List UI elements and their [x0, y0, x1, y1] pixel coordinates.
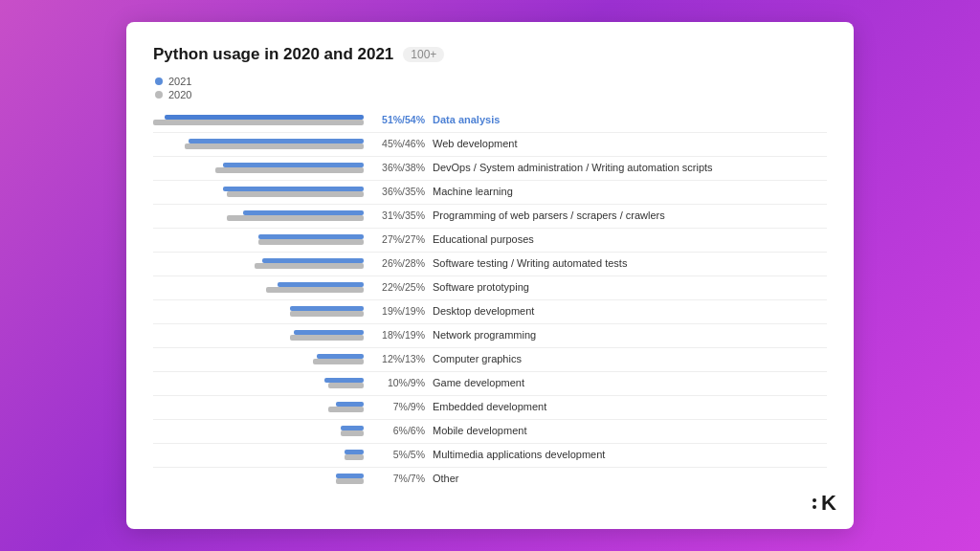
- bar-container: [153, 209, 364, 222]
- pct-label: 5%/5%: [364, 449, 433, 460]
- bar-container: [153, 232, 364, 246]
- chart-row: 19%/19% Desktop development: [153, 301, 827, 320]
- bar-2021: [223, 187, 364, 191]
- row-divider: [153, 299, 827, 300]
- bar-container: [153, 352, 364, 365]
- row-divider: [153, 276, 827, 276]
- pct-label: 22%/25%: [364, 281, 433, 293]
- row-divider: [153, 156, 827, 157]
- row-divider: [153, 419, 827, 420]
- row-label: Software testing / Writing automated tes…: [433, 257, 627, 269]
- brand-dot-2: [813, 505, 816, 509]
- row-divider: [153, 132, 827, 133]
- bar-2020: [227, 215, 364, 221]
- chart-row: 12%/13% Computer graphics: [153, 349, 827, 368]
- row-divider: [153, 443, 827, 444]
- legend-dot: [155, 77, 163, 85]
- row-divider: [153, 252, 827, 253]
- chart-row: 6%/6% Mobile development: [153, 421, 827, 440]
- sample-badge: 100+: [403, 47, 444, 62]
- chart-row: 31%/35% Programming of web parsers / scr…: [153, 206, 827, 225]
- bar-2021: [294, 330, 364, 335]
- bar-2020: [258, 239, 364, 245]
- bar-2021: [189, 139, 364, 143]
- chart-row: 36%/35% Machine learning: [153, 182, 827, 201]
- bar-container: [153, 376, 364, 389]
- bar-container: [153, 424, 364, 437]
- row-label: Web development: [433, 138, 517, 149]
- bar-container: [153, 328, 364, 342]
- bar-container: [153, 400, 364, 413]
- bar-2021: [290, 306, 364, 311]
- chart-row: 45%/46% Web development: [153, 134, 827, 153]
- bar-2021: [336, 402, 364, 407]
- bar-container: [153, 448, 364, 461]
- chart-card: Python usage in 2020 and 2021 100+ 20212…: [126, 22, 854, 529]
- bar-container: [153, 256, 364, 270]
- bar-2020: [336, 478, 364, 484]
- pct-label: 27%/27%: [364, 233, 433, 245]
- bar-2021: [336, 474, 364, 478]
- row-divider: [153, 204, 827, 205]
- bar-container: [153, 113, 364, 126]
- pct-label: 36%/38%: [364, 162, 433, 173]
- legend-label: 2020: [168, 89, 191, 100]
- row-label: Computer graphics: [433, 353, 522, 364]
- row-label: Educational purposes: [433, 233, 534, 245]
- chart-row: 51%/54% Data analysis: [153, 110, 827, 129]
- row-divider: [153, 371, 827, 372]
- bar-2020: [290, 335, 364, 341]
- bar-2020: [345, 454, 364, 460]
- pct-label: 6%/6%: [364, 425, 433, 436]
- pct-label: 36%/35%: [364, 186, 433, 197]
- chart-row: 27%/27% Educational purposes: [153, 230, 827, 249]
- pct-label: 7%/7%: [364, 473, 433, 484]
- bar-2020: [185, 143, 364, 149]
- chart-row: 22%/25% Software prototyping: [153, 277, 827, 297]
- pct-label: 18%/19%: [364, 329, 433, 341]
- bar-2020: [290, 311, 364, 317]
- bar-2020: [341, 430, 364, 436]
- chart-row: 26%/28% Software testing / Writing autom…: [153, 253, 827, 273]
- chart-row: 7%/9% Embedded development: [153, 397, 827, 416]
- bar-2021: [341, 426, 364, 430]
- pct-label: 7%/9%: [364, 401, 433, 412]
- bar-container: [153, 280, 364, 294]
- row-label: DevOps / System administration / Writing…: [433, 162, 713, 173]
- legend-dot: [155, 91, 163, 99]
- bar-2021: [243, 210, 364, 215]
- bar-2020: [328, 383, 364, 388]
- legend-item: 2021: [155, 76, 827, 87]
- bar-2020: [255, 263, 364, 269]
- legend: 20212020: [155, 76, 827, 100]
- pct-label: 19%/19%: [364, 305, 433, 317]
- pct-label: 45%/46%: [364, 138, 433, 149]
- bar-2021: [258, 234, 364, 239]
- chart-row: 10%/9% Game development: [153, 373, 827, 392]
- chart-row: 36%/38% DevOps / System administration /…: [153, 158, 827, 177]
- legend-label: 2021: [168, 76, 191, 87]
- pct-label: 10%/9%: [364, 377, 433, 388]
- row-label: Multimedia applications development: [433, 449, 605, 460]
- bar-2021: [262, 258, 364, 263]
- bar-container: [153, 472, 364, 485]
- bar-2020: [313, 359, 364, 364]
- row-divider: [153, 228, 827, 229]
- row-divider: [153, 347, 827, 348]
- pct-label: 51%/54%: [364, 114, 433, 125]
- bar-container: [153, 304, 364, 318]
- bar-container: [153, 185, 364, 198]
- row-divider: [153, 467, 827, 468]
- brand-letter: K: [821, 491, 836, 516]
- row-label: Programming of web parsers / scrapers / …: [433, 209, 665, 221]
- chart-area: 51%/54% Data analysis 45%/46% Web develo…: [153, 110, 827, 490]
- pct-label: 26%/28%: [364, 257, 433, 269]
- legend-item: 2020: [155, 89, 827, 100]
- bar-2020: [215, 167, 364, 173]
- chart-row: 5%/5% Multimedia applications developmen…: [153, 445, 827, 464]
- row-divider: [153, 323, 827, 324]
- pct-label: 12%/13%: [364, 353, 433, 364]
- brand-dots: [813, 498, 816, 509]
- row-label: Data analysis: [433, 114, 500, 125]
- row-label: Network programming: [433, 329, 536, 341]
